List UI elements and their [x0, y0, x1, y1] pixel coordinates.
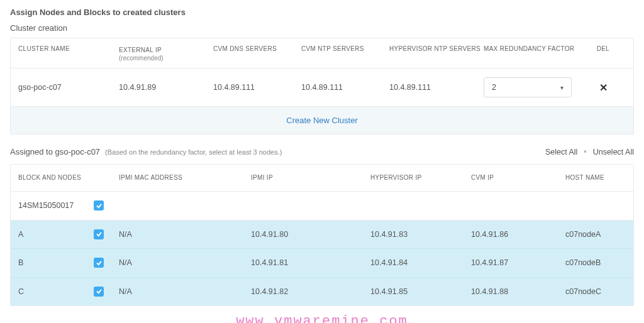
block-checkbox[interactable]: [94, 200, 104, 211]
header-ipmi-ip: IPMI IP: [251, 173, 370, 182]
check-icon: [96, 288, 103, 295]
node-label: C: [18, 287, 94, 296]
watermark: www.vmwaremine.com: [10, 314, 634, 323]
check-icon: [96, 202, 103, 209]
node-hyp-ip: 10.4.91.84: [370, 258, 471, 267]
node-ipmi-ip: 10.4.91.81: [251, 258, 370, 267]
select-all-button[interactable]: Select All: [545, 148, 577, 156]
cluster-table: CLUSTER NAME EXTERNAL IP (recommended) C…: [10, 38, 634, 134]
redundancy-select[interactable]: 2 ▾: [484, 77, 572, 97]
redundancy-value: 2: [492, 83, 496, 92]
header-external-ip-sub: (recommended): [119, 55, 213, 62]
node-hyp-ip: 10.4.91.85: [370, 287, 471, 296]
header-del: DEL: [591, 45, 616, 62]
header-cvm-ntp: CVM NTP SERVERS: [301, 45, 389, 62]
node-row: A N/A 10.4.91.80 10.4.91.83 10.4.91.86 c…: [11, 221, 633, 249]
separator-dot: •: [584, 148, 586, 156]
assigned-title: Assigned to gso-poc-c07: [10, 147, 100, 156]
header-host: HOST NAME: [565, 173, 626, 182]
delete-cluster-button[interactable]: ✕: [599, 82, 608, 93]
node-label: A: [18, 230, 94, 239]
node-cvm-ip: 10.4.91.86: [471, 230, 565, 239]
header-hyp-ntp: HYPERVISOR NTP SERVERS: [389, 45, 484, 62]
node-row: B N/A 10.4.91.81 10.4.91.84 10.4.91.87 c…: [11, 249, 633, 278]
assigned-hint: (Based on the redundancy factor, select …: [105, 148, 282, 156]
node-row: C N/A 10.4.91.82 10.4.91.85 10.4.91.88 c…: [11, 278, 633, 306]
node-cvm-ip: 10.4.91.88: [471, 287, 565, 296]
node-ipmi-mac: N/A: [119, 287, 251, 296]
check-icon: [96, 231, 103, 238]
header-cvm-ip: CVM IP: [471, 173, 565, 182]
create-cluster-button[interactable]: Create New Cluster: [286, 116, 357, 125]
cluster-header-row: CLUSTER NAME EXTERNAL IP (recommended) C…: [11, 38, 633, 68]
node-ipmi-mac: N/A: [119, 230, 251, 239]
create-cluster-row: Create New Cluster: [11, 107, 633, 134]
nodes-header-row: BLOCK AND NODES IPMI MAC ADDRESS IPMI IP…: [11, 165, 633, 192]
header-cvm-dns: CVM DNS SERVERS: [213, 45, 301, 62]
header-ipmi-mac: IPMI MAC ADDRESS: [119, 173, 251, 182]
node-host: c07nodeA: [565, 230, 626, 239]
node-label: B: [18, 258, 94, 267]
cluster-name-value: gso-poc-c07: [18, 83, 119, 92]
node-checkbox[interactable]: [94, 258, 104, 268]
hyp-ntp-value: 10.4.89.111: [389, 83, 484, 92]
node-ipmi-ip: 10.4.91.82: [251, 287, 370, 296]
header-block: BLOCK AND NODES: [18, 173, 94, 182]
header-hyp-ip: HYPERVISOR IP: [370, 173, 471, 182]
header-redundancy: MAX REDUNDANCY FACTOR: [484, 45, 591, 62]
nodes-table: BLOCK AND NODES IPMI MAC ADDRESS IPMI IP…: [10, 164, 634, 306]
check-icon: [96, 260, 103, 266]
page-title: Assign Nodes and Blocks to created clust…: [10, 8, 634, 17]
block-row: 14SM15050017: [11, 192, 633, 221]
external-ip-value: 10.4.91.89: [119, 83, 213, 92]
cvm-ntp-value: 10.4.89.111: [301, 83, 389, 92]
cluster-creation-title: Cluster creation: [10, 23, 634, 33]
cluster-row: gso-poc-c07 10.4.91.89 10.4.89.111 10.4.…: [11, 68, 633, 107]
node-hyp-ip: 10.4.91.83: [370, 230, 471, 239]
assigned-header: Assigned to gso-poc-c07 (Based on the re…: [10, 147, 634, 156]
node-ipmi-ip: 10.4.91.80: [251, 230, 370, 239]
node-checkbox[interactable]: [94, 229, 104, 239]
chevron-down-icon: ▾: [560, 84, 564, 91]
cvm-dns-value: 10.4.89.111: [213, 83, 301, 92]
node-ipmi-mac: N/A: [119, 258, 251, 267]
node-host: c07nodeB: [565, 258, 626, 267]
header-external-ip: EXTERNAL IP: [119, 47, 162, 53]
header-cluster-name: CLUSTER NAME: [18, 45, 119, 62]
node-host: c07nodeC: [565, 287, 626, 296]
node-checkbox[interactable]: [94, 287, 104, 297]
unselect-all-button[interactable]: Unselect All: [593, 148, 634, 156]
node-cvm-ip: 10.4.91.87: [471, 258, 565, 267]
block-id: 14SM15050017: [18, 201, 94, 210]
